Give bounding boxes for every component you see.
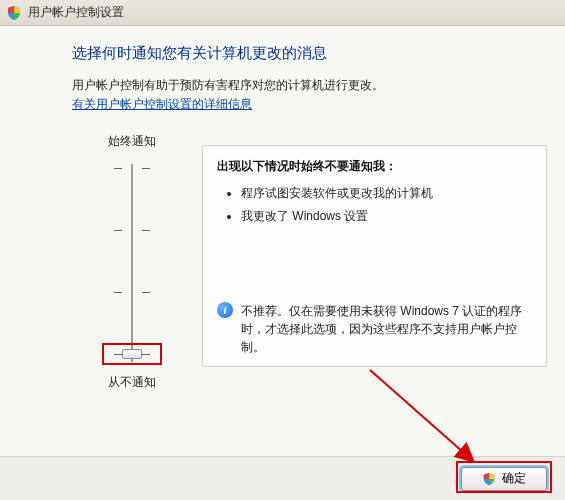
slider-track bbox=[131, 164, 133, 362]
slider-tick bbox=[114, 292, 150, 293]
panel-title: 出现以下情况时始终不要通知我： bbox=[217, 158, 532, 175]
slider-top-label: 始终通知 bbox=[72, 133, 192, 150]
page-heading: 选择何时通知您有关计算机更改的消息 bbox=[72, 44, 565, 63]
slider-thumb[interactable] bbox=[122, 349, 142, 359]
panel-note-text: 不推荐。仅在需要使用未获得 Windows 7 认证的程序时，才选择此选项，因为… bbox=[241, 302, 534, 356]
slider-tick bbox=[114, 230, 150, 231]
panel-list-item: 我更改了 Windows 设置 bbox=[241, 208, 532, 225]
ok-button[interactable]: 确定 bbox=[461, 467, 547, 491]
panel-list-item: 程序试图安装软件或更改我的计算机 bbox=[241, 185, 532, 202]
content-area: 选择何时通知您有关计算机更改的消息 用户帐户控制有助于预防有害程序对您的计算机进… bbox=[0, 26, 565, 393]
footer-bar: 确定 bbox=[0, 456, 565, 500]
ok-button-label: 确定 bbox=[502, 470, 526, 487]
uac-slider[interactable] bbox=[102, 158, 162, 368]
panel-note: i 不推荐。仅在需要使用未获得 Windows 7 认证的程序时，才选择此选项，… bbox=[217, 302, 534, 356]
info-icon: i bbox=[217, 302, 233, 318]
help-link[interactable]: 有关用户帐户控制设置的详细信息 bbox=[72, 96, 252, 113]
description-panel: 出现以下情况时始终不要通知我： 程序试图安装软件或更改我的计算机 我更改了 Wi… bbox=[202, 145, 547, 367]
panel-list: 程序试图安装软件或更改我的计算机 我更改了 Windows 设置 bbox=[223, 185, 532, 225]
shield-icon bbox=[6, 5, 22, 21]
main-area: 始终通知 从不通知 出现以下情况时始终不要通知我： 程序试图安装软件或更改我的计… bbox=[72, 133, 552, 393]
slider-bottom-label: 从不通知 bbox=[72, 374, 192, 391]
window-title: 用户帐户控制设置 bbox=[28, 4, 124, 21]
slider-column: 始终通知 从不通知 bbox=[72, 133, 192, 391]
window-titlebar: 用户帐户控制设置 bbox=[0, 0, 565, 26]
shield-icon bbox=[482, 472, 496, 486]
page-description: 用户帐户控制有助于预防有害程序对您的计算机进行更改。 bbox=[72, 77, 565, 94]
slider-tick bbox=[114, 168, 150, 169]
